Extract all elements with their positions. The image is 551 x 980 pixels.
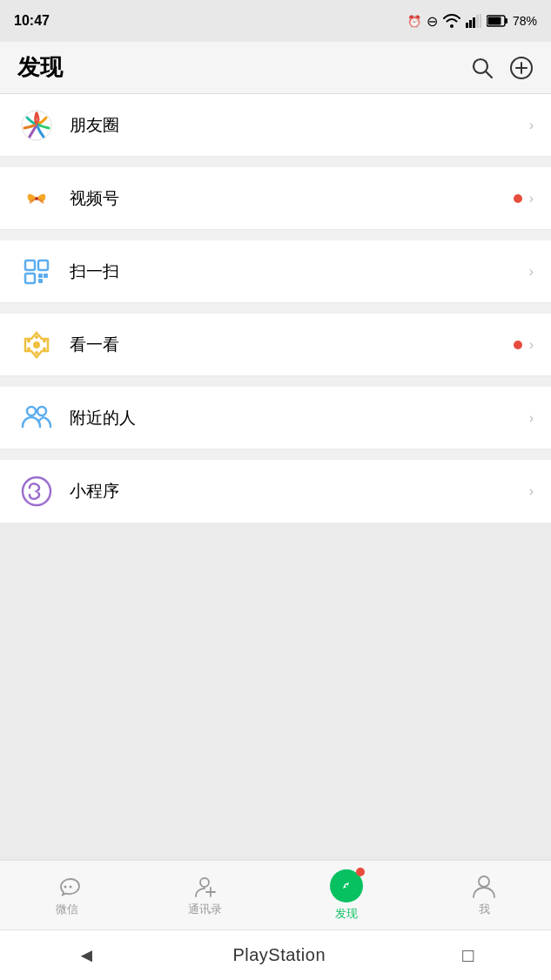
svg-point-23 (35, 335, 38, 339)
header-actions (471, 56, 534, 80)
svg-rect-18 (38, 274, 43, 278)
svg-point-38 (346, 884, 348, 887)
battery-percent: 78% (513, 14, 537, 28)
back-button[interactable]: ◄ (60, 937, 114, 974)
look-label: 看一看 (70, 334, 507, 356)
svg-rect-7 (487, 17, 501, 25)
moments-chevron: › (529, 118, 534, 133)
status-bar: 10:47 ⏰ ⊖ (0, 0, 551, 42)
header: 发现 (0, 42, 551, 94)
svg-rect-6 (505, 18, 507, 24)
dnd-icon: ⊖ (427, 13, 438, 30)
nearby-chevron: › (529, 410, 534, 426)
me-icon (471, 874, 497, 898)
svg-point-29 (27, 407, 36, 416)
svg-point-30 (37, 407, 46, 416)
weixin-label: 微信 (56, 902, 78, 917)
divider-4 (0, 376, 551, 387)
svg-point-39 (479, 876, 489, 887)
status-time: 10:47 (14, 13, 50, 29)
divider-1 (0, 157, 551, 167)
nav-item-me[interactable]: 我 (471, 874, 497, 917)
me-label: 我 (479, 902, 490, 917)
nav-item-weixin[interactable]: 微信 (54, 874, 80, 917)
svg-point-27 (43, 347, 46, 350)
scan-label: 扫一扫 (70, 260, 522, 283)
miniapp-icon (17, 472, 56, 510)
svg-point-28 (27, 347, 30, 350)
menu-item-nearby[interactable]: 附近的人 › (0, 387, 551, 449)
channels-icon (17, 179, 56, 218)
scan-chevron: › (529, 264, 534, 280)
square-button[interactable]: □ (445, 937, 491, 974)
channels-chevron: › (529, 191, 534, 206)
menu-item-look[interactable]: 看一看 › (0, 314, 551, 376)
look-badge (514, 341, 522, 349)
battery-icon (487, 15, 507, 27)
svg-rect-3 (476, 15, 479, 28)
discover-label: 发现 (335, 906, 358, 922)
svg-point-22 (33, 341, 40, 348)
contacts-label: 通讯录 (188, 902, 222, 917)
svg-point-33 (70, 885, 72, 888)
svg-rect-15 (25, 260, 35, 270)
search-icon[interactable] (471, 57, 494, 79)
bottom-nav: 微信 通讯录 发现 (0, 860, 551, 929)
brand-label: PlayStation (232, 945, 326, 965)
nearby-label: 附近的人 (70, 407, 522, 429)
add-icon[interactable] (509, 56, 534, 80)
alarm-icon: ⏰ (407, 15, 421, 28)
channels-label: 视频号 (70, 187, 507, 210)
svg-line-9 (486, 71, 492, 78)
svg-rect-17 (25, 274, 35, 283)
svg-point-24 (35, 351, 38, 355)
svg-rect-16 (38, 260, 48, 270)
channels-badge (514, 194, 522, 203)
scan-icon (17, 253, 56, 291)
moments-label: 朋友圈 (70, 114, 522, 137)
menu-list: 朋友圈 › 视频号 › (0, 94, 551, 523)
svg-point-14 (35, 197, 38, 200)
divider-2 (0, 230, 551, 240)
divider-5 (0, 449, 551, 460)
svg-rect-0 (466, 23, 468, 28)
menu-item-channels[interactable]: 视频号 › (0, 167, 551, 230)
svg-rect-20 (38, 279, 43, 283)
menu-item-moments[interactable]: 朋友圈 › (0, 94, 551, 157)
main-content: 朋友圈 › 视频号 › (0, 94, 551, 860)
menu-item-miniapp[interactable]: 小程序 › (0, 460, 551, 523)
playstation-bar: ◄ PlayStation □ (0, 929, 551, 980)
discover-badge (356, 868, 365, 876)
discover-icon (330, 869, 363, 902)
look-chevron: › (529, 337, 534, 353)
bottom-gray-area (0, 523, 551, 860)
miniapp-label: 小程序 (70, 480, 522, 503)
nearby-icon (17, 399, 56, 437)
page-title: 发现 (17, 52, 63, 83)
wifi-icon (443, 14, 460, 28)
svg-point-25 (43, 339, 46, 342)
svg-rect-4 (480, 14, 481, 28)
svg-point-26 (27, 339, 30, 342)
svg-rect-1 (469, 20, 472, 28)
svg-rect-2 (473, 17, 475, 28)
status-icons: ⏰ ⊖ (407, 13, 537, 30)
miniapp-chevron: › (529, 483, 534, 499)
svg-point-32 (64, 885, 67, 888)
svg-rect-19 (44, 274, 48, 278)
svg-point-34 (200, 878, 209, 887)
look-icon (17, 326, 56, 364)
nav-item-contacts[interactable]: 通讯录 (188, 874, 222, 917)
moments-icon (17, 106, 56, 145)
weixin-icon (54, 874, 80, 898)
contacts-icon (192, 874, 218, 898)
divider-3 (0, 303, 551, 314)
signal-icon (466, 14, 481, 28)
menu-item-scan[interactable]: 扫一扫 › (0, 240, 551, 303)
nav-item-discover[interactable]: 发现 (330, 869, 363, 922)
